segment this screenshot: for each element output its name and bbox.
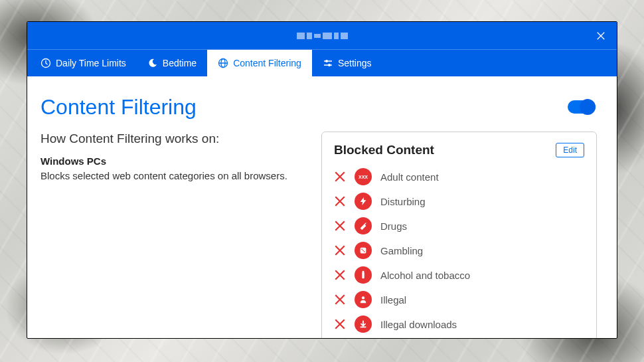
blocked-content-title: Blocked Content	[334, 143, 434, 157]
how-works-heading: How Content Filtering works on:	[40, 132, 301, 146]
svg-text:XXX: XXX	[359, 175, 368, 179]
svg-point-8	[364, 251, 365, 252]
app-window: Daily Time Limits Bedtime Content Filter…	[27, 21, 617, 339]
content-filtering-toggle[interactable]	[568, 100, 596, 114]
category-label: Illegal	[380, 294, 406, 306]
tab-content-filtering[interactable]: Content Filtering	[207, 50, 312, 76]
tab-label: Settings	[338, 58, 372, 68]
illegal-icon	[355, 291, 372, 308]
svg-point-12	[362, 296, 364, 299]
svg-point-7	[361, 248, 362, 250]
svg-point-9	[362, 250, 364, 251]
svg-rect-10	[362, 272, 364, 279]
close-icon	[596, 31, 605, 41]
category-label: Alcohol and tobacco	[380, 270, 470, 281]
page-title: Content Filtering	[40, 95, 597, 120]
svg-point-3	[325, 60, 328, 62]
list-item: Illegal	[334, 291, 584, 308]
tab-daily-time-limits[interactable]: Daily Time Limits	[30, 50, 137, 76]
moon-icon	[147, 58, 158, 68]
illegal-downloads-icon	[355, 316, 372, 333]
description-column: How Content Filtering works on: Windows …	[40, 132, 301, 338]
x-icon	[334, 294, 346, 306]
category-label: Disturbing	[380, 196, 426, 207]
content-area: Content Filtering How Content Filtering …	[27, 76, 617, 338]
list-item: XXX Adult content	[334, 168, 584, 185]
blocked-content-panel: Blocked Content Edit XXX Adult content	[321, 132, 597, 338]
category-label: Gambling	[380, 245, 423, 256]
platform-name: Windows PCs	[40, 155, 301, 167]
list-item: Gambling	[334, 242, 584, 259]
category-label: Illegal downloads	[380, 319, 457, 330]
titlebar	[27, 22, 617, 50]
platform-description: Blocks selected web content categories o…	[40, 169, 301, 183]
list-item: Disturbing	[334, 193, 584, 210]
titlebar-title-obscured	[297, 33, 348, 39]
adult-content-icon: XXX	[355, 168, 372, 185]
list-item: Drugs	[334, 217, 584, 234]
alcohol-tobacco-icon	[355, 266, 372, 284]
x-icon	[334, 244, 346, 256]
gambling-icon	[355, 242, 372, 259]
edit-button[interactable]: Edit	[556, 143, 584, 157]
close-button[interactable]	[594, 29, 607, 43]
tab-label: Content Filtering	[233, 58, 301, 68]
clock-icon	[40, 58, 51, 68]
globe-icon	[218, 58, 228, 68]
blocked-list: XXX Adult content Disturbing	[334, 168, 584, 333]
tab-bedtime[interactable]: Bedtime	[137, 50, 207, 76]
sliders-icon	[323, 58, 333, 68]
list-item: Alcohol and tobacco	[334, 266, 584, 284]
disturbing-icon	[355, 193, 372, 210]
x-icon	[334, 171, 346, 183]
x-icon	[334, 195, 346, 207]
x-icon	[334, 318, 346, 330]
tab-label: Daily Time Limits	[56, 58, 126, 68]
drugs-icon	[355, 217, 372, 234]
svg-point-4	[328, 64, 331, 66]
category-label: Drugs	[380, 221, 407, 232]
tab-label: Bedtime	[163, 58, 197, 68]
tab-bar: Daily Time Limits Bedtime Content Filter…	[27, 50, 617, 76]
tab-settings[interactable]: Settings	[312, 50, 382, 76]
x-icon	[334, 220, 346, 232]
list-item: Illegal downloads	[334, 316, 584, 333]
svg-rect-11	[362, 271, 364, 273]
category-label: Adult content	[380, 171, 439, 183]
x-icon	[334, 269, 346, 281]
